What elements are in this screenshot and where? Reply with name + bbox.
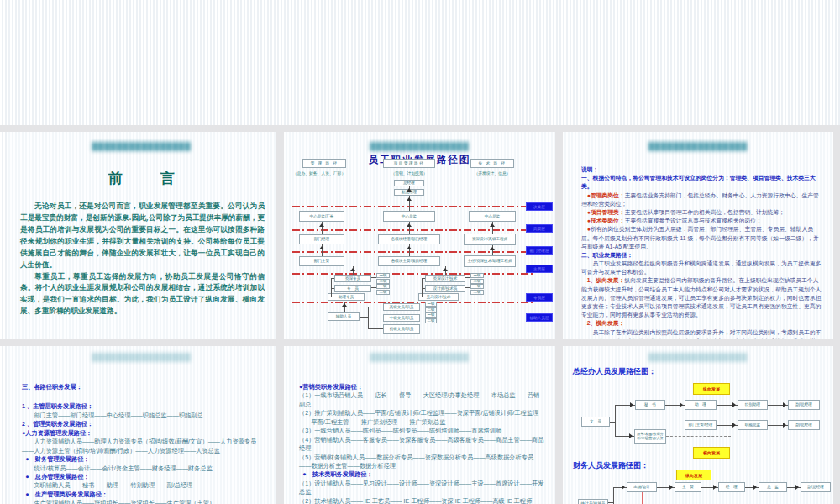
line-text: 文职辅助人员——秘书——助理——特别助理——副/总经理	[34, 481, 192, 489]
text-line: ● 生产管理类职务发展路径：	[22, 491, 266, 499]
dashed-connector	[666, 436, 731, 437]
slide-3-explanation[interactable]: ████████████████ 说明：一、根据公司特点，将公司管理和技术可设立…	[563, 132, 833, 339]
flow-node-assistant-specialist: 助理专员	[328, 293, 365, 301]
slide1-body: 无论对员工，还是对公司而言，职业发展管理都至关重要。公司认为员工是最宝贵的财富，…	[20, 201, 265, 318]
connector	[371, 287, 376, 288]
line-label: ●项目管理类：	[587, 209, 625, 215]
slide-2-career-path-diagram[interactable]: ████████████████ 员工职业发展路径图 管 理 路 径 项目管理路…	[284, 132, 555, 339]
connector	[331, 278, 334, 279]
row-separator-middle	[0, 339, 840, 346]
col-separator-1	[276, 125, 284, 504]
flow-node-lateral-roles: 跟单/客服/数据分析/市场营销/人资	[634, 429, 666, 444]
line-text: ● 总办管理发展路径：	[25, 473, 89, 480]
level-label-1: 决策层	[526, 202, 553, 211]
line-text: 员工除了在本岗位类别内按照岗位层级的要求晋升外，对不同岗位类别间，考虑到员工的不…	[581, 329, 821, 339]
horizontal-development-tag: 横向发展	[693, 447, 730, 459]
text-line: （3）一线营销人员——陈列员——陈列专员——陈列培训师——首席培训师	[299, 427, 545, 435]
company-name-redacted: ████████████████	[284, 142, 555, 150]
connector	[331, 288, 334, 289]
text-line: ●项目管理类：主要包括从事项目管理工作的相关岗位，包括营销、计划统筹；	[581, 208, 822, 217]
line-text: （2）技术辅助人员—— IE 工艺员—— IE 工程师——资深 IE 工程师——…	[299, 497, 532, 504]
flow-node-senior-clerk: 高级文员/职员	[383, 303, 420, 311]
slide-1-preface[interactable]: ████████████████ 前 言 无论对员工，还是对公司而言，职业发展管…	[7, 132, 276, 339]
line-text: 主要包括从事项目管理工作的相关岗位，包括营销、计划统筹；	[625, 209, 785, 215]
line-text: 一、根据公司特点，将公司管理和技术可设立的岗位分为：管理类、项目管理类、技术类三…	[581, 175, 816, 189]
grade-box: 二级	[470, 290, 484, 295]
flow-node-special-assistant: 特别助理	[738, 400, 768, 410]
slide1-title: 前 言	[7, 169, 276, 188]
grade-box: 一级	[425, 312, 437, 318]
connector	[492, 245, 493, 255]
slide6-heading-office: 总经办人员发展路径图：	[573, 366, 656, 377]
level-label-4: 主管层	[526, 265, 553, 273]
connector	[322, 244, 323, 256]
vertical-development-tag-2: 纵向发展	[676, 470, 711, 480]
slide-5-marketing-technical-paths[interactable]: ████████████████ ●营销类职务发展路径：（1）一线市场营销人员—…	[284, 346, 555, 504]
connector	[717, 405, 738, 406]
connector	[322, 222, 323, 234]
line-text: 三、各路径职务发展：	[22, 383, 82, 391]
text-line: 员工职业发展路径包括纵向职级晋升和横向跨通道发展，通过纵横向发展，为员工提供更多…	[581, 260, 822, 276]
text-line: 说明：	[581, 165, 822, 174]
flow-node-chief-technician: 主任/资深技术/助理工程师	[464, 255, 516, 267]
flow-node-senior-design-tech: 资深设计/技术	[425, 275, 465, 282]
text-line: 文职辅助人员——秘书——助理——特别助理——副/总经理	[22, 481, 266, 490]
line-text: 员工职业发展路径包括纵向职级晋升和横向跨通道发展，通过纵横向发展，为员工提供更多…	[581, 260, 821, 275]
connector	[420, 307, 425, 307]
connector	[768, 405, 788, 406]
flow-node-finance-manager: 经 理	[718, 482, 745, 492]
flow-node-junior-clerk: 初级文员/职员	[383, 324, 420, 334]
connector	[717, 425, 738, 426]
line-text: 二、职业发展路径：	[581, 252, 633, 258]
text-line: （1）一线市场营销人员——店长——督导——大区经理/办事处经理——市场总监——营…	[299, 391, 545, 409]
connector	[409, 196, 410, 211]
connector	[657, 487, 675, 488]
line-text: 纵向发展主要是指公司内部职级的晋升路径。在上级职位出现空缺或员工个人能力获得较大…	[581, 277, 821, 318]
level-label-3: 部门经理层	[526, 246, 553, 255]
flow-node-senior-designer: 资深设计/高级工程师	[464, 234, 516, 245]
company-name-redacted: ████████████████	[563, 353, 833, 361]
connector	[465, 287, 470, 288]
flow-node-dept-supervisor-manager: 部门主管/经理	[685, 420, 717, 430]
connector	[360, 317, 368, 318]
text-line: （1）设计辅助人员——见习设计——设计师——资深设计师——主设——首席设计——开…	[299, 480, 545, 497]
line-text: 1 、主管层职务发展路径：	[22, 402, 93, 410]
text-line: 1 、主管层职务发展路径：	[22, 402, 266, 411]
level-label-2: 高管层	[526, 224, 553, 233]
text-line: （5）营销/财务辅助人员——数据分析专员——资深数据分析专员——高级数据分析专员…	[299, 454, 545, 471]
line-text: 主要包括直接参予设计或从事与技术直接相关的岗位；	[625, 218, 762, 223]
slide-6-office-finance-paths[interactable]: ████████████████ 总经办人员发展路径图： 纵向发展 文 员 秘 …	[563, 346, 833, 504]
text-line: ●管理类岗位：主要包括业务支持部门，包括总经办、财务中心、人力资源行政中心、生产…	[581, 192, 822, 208]
connector	[768, 425, 788, 426]
connector	[615, 405, 616, 436]
row-separator-top	[0, 125, 840, 132]
grade-box: 一级	[376, 284, 390, 289]
connector	[787, 487, 801, 488]
connector	[368, 328, 383, 329]
connector	[615, 436, 634, 437]
level-label-6: 辅助人员层	[526, 313, 553, 322]
flow-node-clerk: 文 员	[581, 417, 610, 427]
connector	[420, 318, 425, 318]
connector	[422, 288, 425, 289]
text-line: （2）推广策划辅助人员——平面/店铺设计师/工程监理——资深平面/店铺设计师/工…	[299, 409, 545, 427]
flow-node-statistician: 统计员/核算员	[578, 499, 608, 504]
slide3-text: 说明：一、根据公司特点，将公司管理和技术可设立的岗位分为：管理类、项目管理类、技…	[581, 165, 822, 339]
level-label-5: 专员层	[526, 293, 553, 302]
flow-node-deputy-gm: 副/总经理	[788, 400, 820, 410]
line-text: （2）推广策划辅助人员——平面/店铺设计师/工程监理——资深平面/店铺设计师/工…	[299, 409, 538, 425]
vertical-development-tag: 纵向发展	[693, 383, 730, 395]
level-divider-4	[292, 273, 533, 275]
text-line: 生产管理辅助人员——班组组长——资深组长——生产管理（主管）	[22, 499, 266, 504]
col-separator-2	[555, 125, 563, 504]
connector	[353, 266, 354, 275]
connector	[409, 222, 410, 234]
slide-4-management-paths[interactable]: ████████████████ 三、各路径职务发展：1 、主管层职务发展路径：…	[7, 346, 276, 504]
text-line: ● 财务管理发展路径：	[22, 455, 266, 464]
line-text: ●营销类职务发展路径：	[299, 383, 363, 391]
connector	[422, 278, 425, 279]
text-line: 二、职业发展路径：	[581, 251, 822, 260]
text-line: （2）技术辅助人员—— IE 工艺员—— IE 工程师——资深 IE 工程师——…	[299, 497, 545, 504]
flow-node-middle-clerk: 中级文员/职员	[383, 314, 420, 322]
line-text: （3）一线营销人员——陈列员——陈列专员——陈列培训师——首席培训师	[299, 427, 501, 434]
